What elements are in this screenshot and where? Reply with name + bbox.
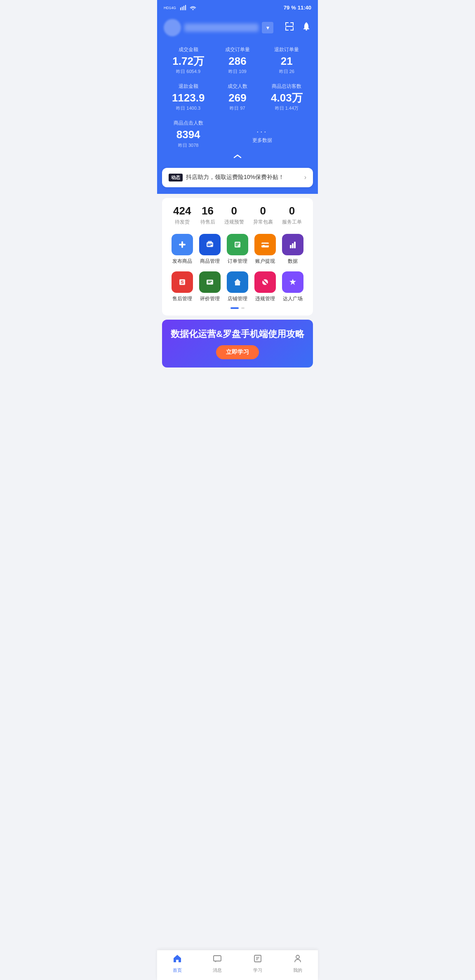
header: ▾	[157, 15, 318, 43]
avatar	[164, 19, 181, 36]
order-stat-service[interactable]: 0 服务工单	[282, 205, 302, 226]
action-withdraw[interactable]: 账户提现	[251, 234, 279, 265]
nav-message[interactable]: 消息	[198, 954, 238, 973]
dot-active	[230, 307, 239, 309]
svg-rect-21	[207, 244, 212, 245]
svg-rect-25	[235, 244, 239, 245]
dot-inactive	[241, 307, 245, 309]
action-store[interactable]: 店铺管理	[224, 271, 252, 302]
dynamic-arrow-icon: ›	[304, 174, 306, 181]
svg-rect-32	[294, 242, 296, 248]
svg-rect-10	[293, 22, 294, 26]
violation-icon	[254, 271, 276, 293]
profile-icon	[293, 954, 303, 966]
notification-icon[interactable]	[301, 21, 311, 34]
stat-clicks: 商品点击人数 8394 昨日 3078	[164, 120, 213, 148]
stat-order-count: 成交订单量 286 昨日 109	[213, 46, 262, 75]
bottom-nav: 首页 消息 学习 我的	[157, 950, 318, 980]
svg-rect-20	[208, 241, 212, 243]
stats-grid: 成交金额 1.72万 昨日 6054.9 成交订单量 286 昨日 109 退款…	[164, 46, 311, 148]
promo-banner: 数据化运营&罗盘手机端使用攻略 立即学习	[162, 320, 313, 368]
nav-learn[interactable]: 学习	[238, 954, 278, 973]
time: 11:40	[298, 5, 311, 11]
action-violation[interactable]: 违规管理	[251, 271, 279, 302]
action-review[interactable]: 评价管理	[196, 271, 224, 302]
header-left: ▾	[164, 19, 273, 36]
header-right	[284, 21, 311, 34]
stat-visitors: 商品总访客数 4.03万 昨日 1.44万	[262, 83, 311, 111]
promo-title: 数据化运营&罗盘手机端使用攻略	[169, 328, 306, 340]
scan-icon[interactable]	[284, 21, 295, 34]
learn-icon	[253, 954, 263, 966]
svg-rect-30	[290, 245, 292, 248]
svg-rect-3	[182, 7, 183, 10]
order-stats: 424 待发货 16 待售后 0 违规预警 0 异常包裹 0 服务工单	[169, 205, 306, 226]
order-mgmt-icon	[227, 234, 248, 255]
svg-rect-14	[293, 27, 294, 31]
svg-point-48	[296, 955, 299, 959]
stat-transaction-amount: 成交金额 1.72万 昨日 6054.9	[164, 46, 213, 75]
svg-rect-26	[235, 245, 238, 246]
svg-rect-43	[214, 956, 221, 961]
svg-rect-28	[261, 244, 269, 245]
collapse-button[interactable]	[164, 148, 311, 163]
stat-refund-orders: 退款订单量 21 昨日 26	[262, 46, 311, 75]
battery-level: 79	[284, 5, 289, 11]
order-stat-pending[interactable]: 424 待发货	[173, 205, 191, 226]
data-icon	[282, 234, 303, 255]
nav-message-label: 消息	[213, 967, 222, 973]
promo-button[interactable]: 立即学习	[216, 345, 259, 359]
status-left: HD1 4G	[164, 5, 197, 10]
svg-rect-8	[285, 22, 286, 26]
svg-text:S: S	[181, 280, 184, 285]
nav-learn-label: 学习	[253, 967, 262, 973]
svg-rect-5	[185, 5, 186, 10]
order-stat-after-sale[interactable]: 16 待售后	[200, 205, 215, 226]
dynamic-text: 抖店助力，领取运费险10%保费补贴！	[186, 174, 284, 181]
svg-rect-37	[208, 282, 211, 283]
svg-rect-2	[180, 7, 181, 10]
product-mgmt-icon	[199, 234, 221, 255]
more-data-label: 更多数据	[252, 137, 272, 144]
stats-section: 成交金额 1.72万 昨日 6054.9 成交订单量 286 昨日 109 退款…	[157, 43, 318, 171]
action-publish[interactable]: 发布商品	[169, 234, 196, 265]
action-data[interactable]: 数据	[279, 234, 306, 265]
svg-point-6	[193, 9, 194, 10]
action-product-mgmt[interactable]: 商品管理	[196, 234, 224, 265]
publish-icon	[172, 234, 193, 255]
svg-marker-42	[289, 279, 296, 285]
nav-profile[interactable]: 我的	[278, 954, 318, 973]
svg-text:4G: 4G	[171, 6, 176, 10]
svg-rect-29	[263, 245, 265, 246]
stat-refund-amount: 退款金额 1123.9 昨日 1400.3	[164, 83, 213, 111]
dynamic-banner[interactable]: 动态 抖店助力，领取运费险10%保费补贴！ ›	[162, 168, 313, 187]
svg-rect-24	[235, 243, 240, 244]
order-stat-abnormal[interactable]: 0 异常包裹	[253, 205, 273, 226]
more-data-item[interactable]: ··· 更多数据	[213, 120, 311, 148]
actions-grid: 发布商品 商品管理	[169, 234, 306, 302]
order-stat-violation[interactable]: 0 违规预警	[224, 205, 244, 226]
svg-rect-12	[285, 27, 286, 31]
store-name	[184, 24, 259, 32]
review-icon	[199, 271, 221, 293]
svg-marker-38	[234, 279, 241, 285]
svg-rect-36	[208, 281, 212, 282]
dynamic-content: 动态 抖店助力，领取运费险10%保费补贴！	[169, 174, 284, 181]
dynamic-tag: 动态	[169, 174, 183, 181]
svg-text:HD1: HD1	[164, 6, 171, 10]
action-order-mgmt[interactable]: 订单管理	[224, 234, 252, 265]
withdraw-icon	[254, 234, 276, 255]
action-influencer[interactable]: 达人广场	[279, 271, 306, 302]
nav-profile-label: 我的	[293, 967, 302, 973]
aftersale-icon: S	[172, 271, 193, 293]
svg-rect-4	[183, 6, 184, 10]
svg-rect-15	[285, 26, 294, 27]
more-data-dots: ···	[256, 127, 268, 136]
svg-rect-31	[292, 243, 294, 248]
home-icon	[172, 954, 182, 966]
dropdown-button[interactable]: ▾	[262, 22, 273, 33]
influencer-icon	[282, 271, 303, 293]
cards-section: 424 待发货 16 待售后 0 违规预警 0 异常包裹 0 服务工单	[162, 198, 313, 316]
action-aftersale[interactable]: S 售后管理	[169, 271, 196, 302]
nav-home[interactable]: 首页	[157, 954, 198, 973]
